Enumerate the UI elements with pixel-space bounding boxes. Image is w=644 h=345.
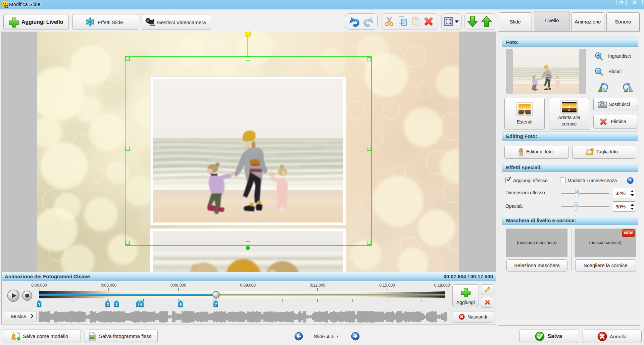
svg-text:2: 2 [107, 302, 109, 307]
svg-text:0:00.000: 0:00.000 [31, 283, 47, 288]
svg-text:3: 3 [115, 302, 118, 307]
svg-text:0:18.000: 0:18.000 [434, 283, 450, 288]
svg-text:5: 5 [140, 302, 143, 307]
svg-text:0:12.000: 0:12.000 [310, 283, 326, 288]
svg-text:1: 1 [38, 302, 40, 307]
svg-text:0:09.000: 0:09.000 [240, 283, 256, 288]
svg-text:0:15.000: 0:15.000 [379, 283, 395, 288]
svg-text:7: 7 [215, 302, 217, 307]
svg-text:?: ? [629, 178, 632, 183]
svg-text:0:06.000: 0:06.000 [170, 283, 186, 288]
svg-text:6: 6 [180, 302, 182, 307]
svg-text:0:03.000: 0:03.000 [101, 283, 117, 288]
